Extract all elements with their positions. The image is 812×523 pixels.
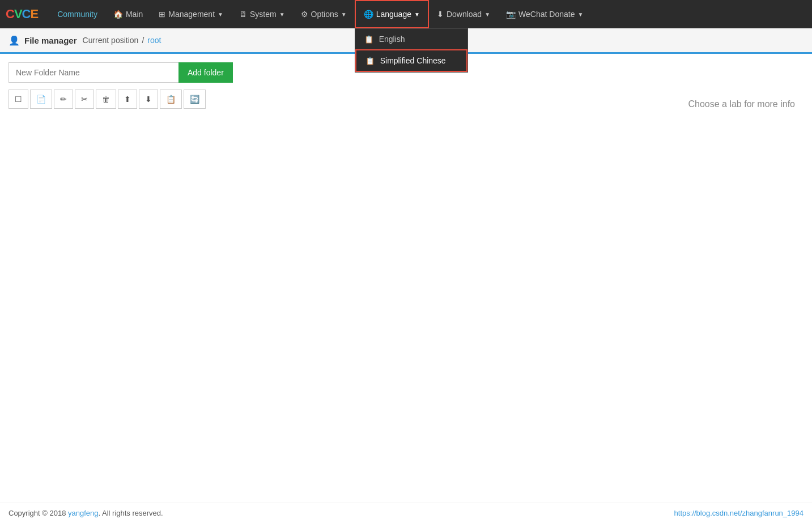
- select-all-button[interactable]: ☐: [8, 90, 28, 109]
- dropdown-item-english[interactable]: 📋 English: [355, 29, 467, 49]
- simplified-chinese-label: Simplified Chinese: [380, 56, 446, 65]
- english-icon: 📋: [364, 35, 373, 44]
- info-text: Choose a lab for more info: [688, 99, 795, 109]
- refresh-button[interactable]: 🔄: [184, 90, 206, 109]
- community-label: Community: [57, 10, 97, 19]
- add-folder-button[interactable]: Add folder: [178, 62, 233, 83]
- nav-item-language[interactable]: 🌐 Language ▼: [355, 0, 429, 28]
- simplified-chinese-icon: 📋: [365, 57, 375, 65]
- language-caret: ▼: [414, 11, 420, 18]
- brand-c1: C: [6, 7, 14, 21]
- breadcrumb-current: Current position: [83, 36, 139, 45]
- nav-item-main[interactable]: 🏠 Main: [105, 0, 151, 28]
- home-icon: 🏠: [113, 10, 123, 19]
- system-label: System: [250, 10, 277, 19]
- delete-button[interactable]: 🗑: [96, 90, 116, 109]
- nav-item-system[interactable]: 🖥 System ▼: [231, 0, 293, 28]
- system-icon: 🖥: [239, 10, 247, 19]
- breadcrumb: Current position / root: [83, 36, 161, 45]
- nav-item-wechat[interactable]: 📷 WeChat Donate ▼: [498, 0, 591, 28]
- system-caret: ▼: [279, 11, 285, 18]
- options-label: Options: [311, 10, 338, 19]
- brand-e: E: [30, 7, 38, 21]
- rights-text: . All rights reserved.: [98, 509, 163, 517]
- dropdown-item-simplified-chinese[interactable]: 📋 Simplified Chinese: [355, 49, 467, 72]
- language-dropdown: 📋 English 📋 Simplified Chinese: [355, 28, 468, 73]
- main-content: Add folder ☐ 📄 ✏ ✂ 🗑 ⬆ ⬇ 📋 🔄 Choose a la…: [0, 54, 812, 503]
- brand-logo[interactable]: CVCE: [6, 7, 38, 22]
- brand-v: V: [14, 7, 22, 21]
- navbar: CVCE Community 🏠 Main ⊞ Management ▼ 🖥 S…: [0, 0, 812, 28]
- footer-author-link[interactable]: yangfeng: [68, 509, 99, 517]
- nav-item-management[interactable]: ⊞ Management ▼: [151, 0, 231, 28]
- download-icon: ⬇: [437, 10, 444, 19]
- footer-url: https://blog.csdn.net/zhangfanrun_1994: [674, 509, 804, 517]
- download-label: Download: [447, 10, 482, 19]
- download-caret: ▼: [484, 11, 490, 18]
- breadcrumb-separator: /: [142, 36, 144, 45]
- new-folder-input[interactable]: [8, 62, 178, 83]
- footer: Copyright © 2018 yangfeng. All rights re…: [0, 503, 812, 523]
- english-label: English: [379, 35, 405, 44]
- options-icon: ⚙: [301, 10, 308, 19]
- paste-button[interactable]: 📋: [160, 90, 182, 109]
- management-caret: ▼: [218, 11, 223, 18]
- main-label: Main: [126, 10, 143, 19]
- cut-button[interactable]: ✂: [75, 90, 94, 109]
- language-globe-icon: 🌐: [364, 10, 373, 19]
- nav-items: Community 🏠 Main ⊞ Management ▼ 🖥 System…: [49, 0, 806, 28]
- management-label: Management: [168, 10, 215, 19]
- options-caret: ▼: [341, 11, 347, 18]
- footer-url-link[interactable]: https://blog.csdn.net/zhangfanrun_1994: [674, 509, 804, 517]
- file-toolbar: ☐ 📄 ✏ ✂ 🗑 ⬆ ⬇ 📋 🔄: [8, 90, 804, 109]
- nav-item-wrapper-language: 🌐 Language ▼ 📋 English 📋 Simplified Chin…: [355, 0, 429, 28]
- footer-copyright: Copyright © 2018 yangfeng. All rights re…: [8, 509, 163, 517]
- language-label: Language: [376, 10, 411, 19]
- wechat-label: WeChat Donate: [518, 10, 575, 19]
- copyright-text: Copyright © 2018: [8, 509, 68, 517]
- wechat-icon: 📷: [506, 10, 516, 19]
- wechat-caret: ▼: [577, 11, 583, 18]
- nav-item-download[interactable]: ⬇ Download ▼: [429, 0, 498, 28]
- management-icon: ⊞: [159, 10, 165, 19]
- nav-item-options[interactable]: ⚙ Options ▼: [293, 0, 355, 28]
- rename-button[interactable]: ✏: [54, 90, 73, 109]
- nav-item-community[interactable]: Community: [49, 0, 105, 28]
- brand-c2: C: [22, 7, 31, 21]
- new-file-button[interactable]: 📄: [30, 90, 52, 109]
- file-manager-icon: 👤: [8, 35, 20, 46]
- download-file-button[interactable]: ⬇: [139, 90, 158, 109]
- upload-button[interactable]: ⬆: [118, 90, 137, 109]
- page-title: File manager: [24, 36, 77, 45]
- breadcrumb-root-link[interactable]: root: [147, 36, 161, 45]
